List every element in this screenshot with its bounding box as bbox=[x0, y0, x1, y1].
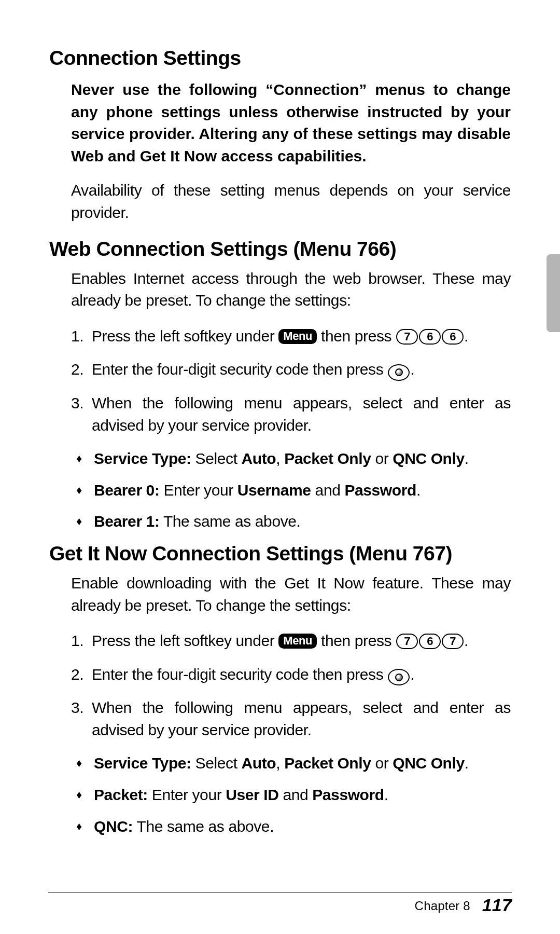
step-number: 3. bbox=[71, 697, 83, 719]
step-number: 3. bbox=[71, 392, 83, 415]
bullet-service-type: Service Type: Select Auto, Packet Only o… bbox=[76, 448, 511, 470]
bullet-bearer-1: Bearer 1: The same as above. bbox=[76, 511, 511, 533]
step-text: When the following menu appears, select … bbox=[92, 699, 511, 738]
gin-steps: 1. Press the left softkey under Menu the… bbox=[49, 630, 511, 741]
bullet-service-type: Service Type: Select Auto, Packet Only o… bbox=[76, 752, 511, 775]
page-tab-mark bbox=[547, 254, 560, 332]
bullet-bearer-0: Bearer 0: Enter your Username and Passwo… bbox=[76, 479, 511, 502]
web-step-3: 3. When the following menu appears, sele… bbox=[71, 392, 511, 436]
step-text: Enter the four-digit security code then … bbox=[92, 361, 387, 378]
step-text: Press the left softkey under bbox=[92, 327, 278, 345]
web-bullets: Service Type: Select Auto, Packet Only o… bbox=[49, 448, 511, 533]
menu-key-icon: Menu bbox=[278, 634, 317, 649]
key-6-icon: 6 bbox=[419, 329, 441, 345]
period: . bbox=[410, 666, 414, 683]
bullet-label: Service Type: bbox=[94, 754, 191, 772]
bullet-packet: Packet: Enter your User ID and Password. bbox=[76, 784, 511, 806]
period: . bbox=[464, 327, 468, 345]
step-number: 2. bbox=[71, 359, 83, 381]
web-step-2: 2. Enter the four-digit security code th… bbox=[71, 359, 511, 381]
menu-key-icon: Menu bbox=[278, 329, 317, 344]
bullet-qnc: QNC: The same as above. bbox=[76, 816, 511, 838]
gin-step-1: 1. Press the left softkey under Menu the… bbox=[71, 630, 511, 652]
step-text: When the following menu appears, select … bbox=[92, 394, 511, 434]
chapter-label: Chapter 8 bbox=[415, 899, 470, 913]
gin-bullets: Service Type: Select Auto, Packet Only o… bbox=[49, 752, 511, 837]
gin-step-2: 2. Enter the four-digit security code th… bbox=[71, 664, 511, 686]
web-intro: Enables Internet access through the web … bbox=[71, 268, 511, 312]
heading-connection-settings: Connection Settings bbox=[49, 47, 511, 70]
page-footer: Chapter 8 117 bbox=[415, 895, 512, 915]
web-step-1: 1. Press the left softkey under Menu the… bbox=[71, 325, 511, 348]
bullet-label: Bearer 0: bbox=[94, 482, 159, 499]
footer-rule bbox=[48, 892, 512, 892]
gin-step-3: 3. When the following menu appears, sele… bbox=[71, 697, 511, 741]
period: . bbox=[410, 361, 414, 378]
web-steps: 1. Press the left softkey under Menu the… bbox=[49, 325, 511, 436]
step-text: then press bbox=[317, 632, 396, 649]
key-6-icon: 6 bbox=[419, 634, 441, 649]
bullet-label: QNC: bbox=[94, 818, 133, 835]
page-number: 117 bbox=[482, 895, 512, 915]
bullet-label: Packet: bbox=[94, 786, 148, 803]
step-number: 1. bbox=[71, 630, 83, 652]
heading-get-it-now: Get It Now Connection Settings (Menu 767… bbox=[49, 542, 511, 565]
step-number: 2. bbox=[71, 664, 83, 686]
ok-key-icon bbox=[388, 669, 410, 685]
key-7-icon: 7 bbox=[396, 329, 418, 345]
warning-text: Never use the following “Connection” men… bbox=[71, 79, 511, 167]
bullet-label: Service Type: bbox=[94, 450, 191, 467]
period: . bbox=[464, 632, 468, 649]
key-7-icon: 7 bbox=[396, 634, 418, 649]
availability-text: Availability of these setting menus depe… bbox=[71, 180, 511, 224]
step-number: 1. bbox=[71, 325, 83, 348]
heading-web-connection: Web Connection Settings (Menu 766) bbox=[49, 238, 511, 260]
ok-key-icon bbox=[388, 364, 410, 381]
key-6-icon: 6 bbox=[442, 329, 464, 345]
key-7-icon: 7 bbox=[442, 634, 464, 649]
gin-intro: Enable downloading with the Get It Now f… bbox=[71, 572, 511, 616]
step-text: Press the left softkey under bbox=[92, 632, 278, 649]
step-text: Enter the four-digit security code then … bbox=[92, 666, 387, 683]
step-text: then press bbox=[317, 327, 396, 345]
bullet-label: Bearer 1: bbox=[94, 513, 159, 530]
